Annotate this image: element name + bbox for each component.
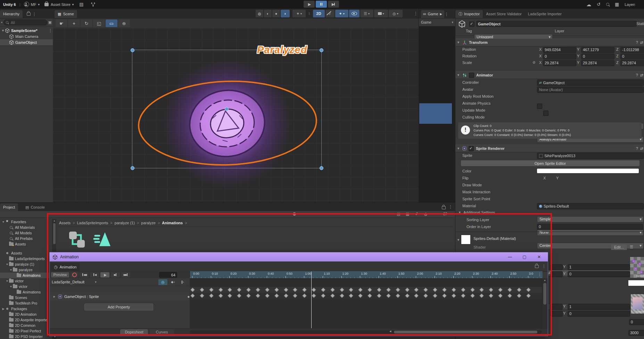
asset-store-menu[interactable]: Asset Store: [51, 2, 71, 7]
project-tree-item[interactable]: 2D PSD Importer: [0, 334, 52, 339]
enabled-checkbox[interactable]: [469, 146, 474, 151]
keyframe-diamond[interactable]: [414, 293, 419, 298]
keyframe-diamond[interactable]: [284, 288, 288, 292]
dopesheet-area[interactable]: [190, 278, 542, 328]
tiling-x-field-stub[interactable]: [550, 264, 563, 270]
keyframe-diamond[interactable]: [414, 288, 419, 292]
version-control-icon[interactable]: [91, 2, 96, 7]
offset-x-field-stub[interactable]: [550, 271, 563, 277]
asset-animation-clip[interactable]: [92, 230, 111, 248]
keyframe-diamond[interactable]: [405, 288, 410, 292]
fold-arrow-icon[interactable]: ▼: [1, 29, 5, 32]
step-button[interactable]: ▶: [328, 1, 339, 8]
project-tree-item[interactable]: Assets: [0, 250, 52, 256]
project-tree-item[interactable]: All Prefabs: [0, 236, 52, 241]
keyframe-diamond[interactable]: [452, 288, 456, 292]
transform-position-x-field[interactable]: 949.0264: [543, 47, 576, 53]
keyframe-diamond[interactable]: [200, 288, 204, 292]
open-search-window-icon[interactable]: ▣: [48, 20, 52, 25]
keyframe-diamond[interactable]: [256, 293, 260, 298]
keyframe-diamond[interactable]: [517, 293, 521, 298]
order-in-layer-field[interactable]: 0: [537, 224, 643, 230]
keyframe-diamond[interactable]: [246, 288, 251, 292]
project-tree-item[interactable]: 2D Aseprite Importer: [0, 317, 52, 323]
next-key-button[interactable]: ▶: [111, 272, 120, 277]
additional-settings-foldout[interactable]: ▼Additional Settings: [458, 210, 495, 215]
search-input[interactable]: [10, 20, 36, 25]
keyframe-diamond[interactable]: [321, 288, 325, 292]
transform-position-z-field[interactable]: -1.011298: [620, 47, 644, 53]
keyframe-diamond[interactable]: [284, 293, 288, 298]
rotate-tool-button[interactable]: ↻: [81, 19, 92, 27]
fold-arrow-icon[interactable]: ▼: [1, 220, 5, 224]
rect-tool-button[interactable]: ▭: [106, 19, 117, 27]
keyframe-diamond[interactable]: [517, 288, 521, 292]
animate-physics-checkbox[interactable]: [543, 111, 548, 116]
sprite-field[interactable]: SihirParalyze0013: [537, 153, 644, 159]
preset-icon[interactable]: ⇄: [640, 40, 643, 45]
kebab-menu-icon[interactable]: ⋮: [448, 204, 453, 209]
keyframe-diamond[interactable]: [228, 288, 232, 292]
move-tool-button[interactable]: +: [68, 19, 80, 27]
layers-menu[interactable]: Layers: [625, 2, 635, 7]
scene-viewport[interactable]: Paralyzed + ☰ ▦ ◍ ✦ ▣ ▫: [53, 28, 419, 202]
keyframe-diamond[interactable]: [498, 293, 503, 298]
project-tree-item[interactable]: ▶Packages: [0, 306, 52, 312]
texture-preview[interactable]: Select: [630, 257, 644, 278]
fold-arrow-icon[interactable]: ▶: [1, 307, 5, 310]
icon-dropdown-arrow[interactable]: ▾: [464, 25, 465, 28]
page-view-icon[interactable]: ▤: [397, 212, 400, 216]
keyframe-diamond[interactable]: [190, 288, 195, 292]
tiling2-x-field-stub[interactable]: [550, 304, 563, 310]
camera-dropdown[interactable]: ▾: [374, 10, 388, 17]
curves-tab[interactable]: Curves: [150, 329, 174, 335]
project-tree-item[interactable]: 2D Animation: [0, 312, 52, 317]
create-dropdown-icon[interactable]: ▾: [1, 21, 2, 24]
selection-handle[interactable]: [320, 166, 323, 170]
project-tree-item[interactable]: All Models: [0, 230, 52, 236]
keyframe-diamond[interactable]: [358, 288, 363, 292]
add-keyframe-button[interactable]: ◆+: [169, 279, 177, 285]
keyframe-diamond[interactable]: [190, 293, 195, 298]
keyframe-diamond[interactable]: [489, 293, 493, 298]
add-event-button[interactable]: +: [179, 279, 187, 285]
kebab-menu-icon[interactable]: ⋮: [444, 12, 449, 17]
filter-by-selection-button[interactable]: ◎: [158, 279, 167, 285]
transform-scale-z-field[interactable]: 29.2874: [620, 60, 644, 66]
search-icon[interactable]: [606, 3, 609, 6]
shader-edit-button[interactable]: Edit...: [611, 244, 627, 250]
grid-view-icon[interactable]: ▦: [406, 212, 409, 216]
transform-rotation-z-field[interactable]: 0: [620, 54, 644, 59]
fold-arrow-icon[interactable]: ▼: [5, 280, 9, 283]
material-preview-swatch[interactable]: [461, 235, 471, 244]
hand-tool-button[interactable]: ☛: [56, 19, 67, 27]
keyframe-diamond[interactable]: [442, 293, 447, 298]
world-icon[interactable]: ◍: [424, 212, 428, 216]
scrollbar-thumb[interactable]: [53, 223, 56, 244]
color-swatch[interactable]: [537, 169, 639, 173]
lock-icon[interactable]: [535, 265, 539, 268]
keyframe-diamond[interactable]: [265, 288, 270, 292]
project-tree-item[interactable]: ▼Favorites: [0, 219, 52, 225]
controller-field[interactable]: ⇄GameObject: [537, 80, 644, 86]
clip-dropdown[interactable]: LadaSprite_Default: [52, 280, 84, 284]
fold-arrow-icon[interactable]: ▼: [457, 147, 460, 150]
project-tree-item[interactable]: LadaSpriteImports: [0, 256, 52, 261]
chevron-down-icon[interactable]: ▾: [95, 280, 97, 284]
close-button[interactable]: ✕: [533, 253, 545, 261]
link-scale-icon[interactable]: ⊘: [532, 60, 535, 64]
project-tree-item[interactable]: All Materials: [0, 225, 52, 230]
scroll-left-icon[interactable]: ◀: [389, 330, 391, 333]
effects-dropdown[interactable]: ✦▾: [335, 10, 348, 17]
draw-mode-dropdown[interactable]: Simple: [537, 216, 644, 223]
transform-position-y-field[interactable]: 467.1279: [581, 47, 614, 53]
keyframe-diamond[interactable]: [479, 288, 484, 292]
offset2-x-field-stub[interactable]: [550, 311, 563, 317]
add-property-button[interactable]: Add Property: [84, 304, 153, 310]
transform-tool-button[interactable]: ⊕: [118, 19, 130, 27]
horizontal-scrollbar[interactable]: ◀: [190, 330, 542, 334]
tab-game[interactable]: ∞ Game ▶: [421, 10, 444, 18]
keyframe-diamond[interactable]: [470, 288, 475, 292]
draw-mode-wireframe-icon[interactable]: ◍: [256, 10, 263, 17]
select-label[interactable]: Select: [636, 274, 644, 277]
